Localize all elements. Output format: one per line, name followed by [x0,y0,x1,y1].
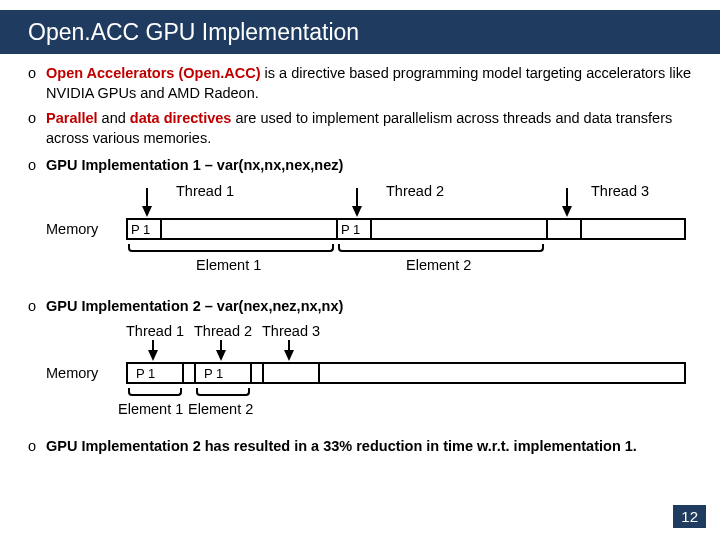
arrow-stem [146,188,148,206]
arrow-stem [356,188,358,206]
bullet-1: o Open Accelerators (Open.ACC) is a dire… [28,64,692,103]
element-2-label: Element 2 [406,256,471,276]
bullet-text: Parallel and data directives are used to… [46,109,692,148]
arrow-head [216,350,226,361]
bullet-text: Open Accelerators (Open.ACC) is a direct… [46,64,692,103]
bullet-5: o GPU Implementation 2 has resulted in a… [28,437,692,457]
element-2-label: Element 2 [188,400,253,420]
diagram-impl-2: Thread 1 Thread 2 Thread 3 Memory P 1 P … [46,322,692,437]
bullet-text: GPU Implementation 1 – var(nx,nx,nex,nez… [46,156,692,176]
bullet-marker: o [28,156,46,176]
bullet-marker: o [28,437,46,457]
slide-body: o Open Accelerators (Open.ACC) is a dire… [0,54,720,457]
brace-element-2 [338,244,544,252]
arrow-head [284,350,294,361]
arrow-head [352,206,362,217]
arrow-head [562,206,572,217]
mem-cell-empty [546,218,582,240]
bullet-2: o Parallel and data directives are used … [28,109,692,148]
slide-title-bar: Open.ACC GPU Implementation [0,10,720,54]
mem-cell-p1: P 1 [336,218,372,240]
term-parallel: Parallel [46,110,98,126]
mem-cell-p1: P 1 [194,362,252,384]
mem-cell-p1: P 1 [126,218,162,240]
memory-bar [126,218,686,240]
mem-cell-empty [262,362,320,384]
page-number: 12 [673,505,706,528]
memory-label: Memory [46,364,98,384]
brace-element-1 [128,388,182,396]
bullet-marker: o [28,297,46,317]
bullet-4: o GPU Implementation 2 – var(nex,nez,nx,… [28,297,692,317]
thread-3-label: Thread 3 [262,322,320,342]
arrow-head [148,350,158,361]
slide-title: Open.ACC GPU Implementation [28,19,359,46]
bullet-marker: o [28,64,46,103]
brace-element-2 [196,388,250,396]
element-1-label: Element 1 [196,256,261,276]
thread-1-label: Thread 1 [126,322,184,342]
arrow-stem [566,188,568,206]
bullet-text: GPU Implementation 2 – var(nex,nez,nx,nx… [46,297,692,317]
thread-1-label: Thread 1 [176,182,234,202]
thread-2-label: Thread 2 [194,322,252,342]
term-data-directives: data directives [130,110,232,126]
thread-3-label: Thread 3 [591,182,649,202]
thread-2-label: Thread 2 [386,182,444,202]
memory-label: Memory [46,220,98,240]
bullet-text: GPU Implementation 2 has resulted in a 3… [46,437,692,457]
bullet-3: o GPU Implementation 1 – var(nx,nx,nex,n… [28,156,692,176]
mem-cell-p1: P 1 [126,362,184,384]
diagram-impl-1: Thread 1 Thread 2 Thread 3 Memory P 1 P … [46,182,692,297]
term-openacc: Open Accelerators (Open.ACC) [46,65,261,81]
arrow-head [142,206,152,217]
brace-element-1 [128,244,334,252]
bullet-marker: o [28,109,46,148]
element-1-label: Element 1 [118,400,183,420]
